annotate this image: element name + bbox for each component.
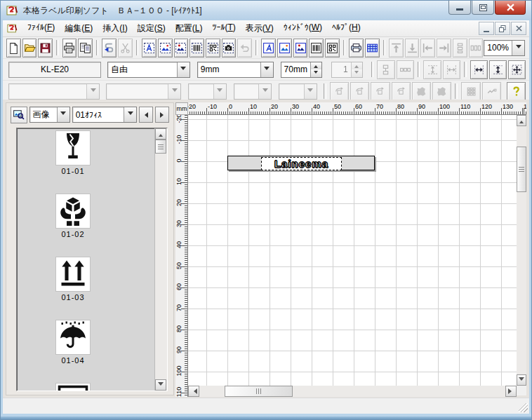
tape-width-select[interactable]: 9mm — [197, 62, 274, 78]
scroll-down-button[interactable] — [155, 379, 166, 391]
image-object-button[interactable] — [277, 39, 292, 57]
open-file-button[interactable] — [22, 39, 37, 57]
table-button[interactable] — [365, 39, 380, 57]
tape-feed-button[interactable] — [102, 39, 117, 57]
canvas-vertical-scrollbar[interactable] — [517, 115, 526, 386]
zoom-select[interactable]: 100% — [484, 40, 525, 56]
vertical-spacing-icon — [427, 64, 439, 76]
chevron-down-icon — [314, 71, 318, 76]
minimize-button[interactable] — [448, 1, 471, 15]
palette-set-dropdown-button[interactable] — [124, 107, 136, 122]
scrollbar-thumb[interactable] — [225, 386, 293, 397]
resize-grip[interactable] — [519, 403, 528, 412]
image-list-item[interactable]: 01-05 — [38, 384, 108, 391]
menu-item[interactable]: 編集(E) — [60, 21, 98, 36]
child-minimize-icon — [484, 31, 489, 32]
image-list-item[interactable]: 01-01 — [38, 131, 108, 175]
ruler-tick-label: 0 — [229, 103, 232, 110]
insert-barcode-frame-button[interactable] — [189, 39, 204, 57]
palette-prev-button[interactable] — [139, 107, 153, 123]
help-question-icon — [510, 86, 522, 97]
tape-width-dropdown-button[interactable] — [260, 62, 273, 77]
scrollbar-thumb[interactable] — [155, 140, 166, 154]
tape-label-object[interactable]: Laineema — [227, 156, 375, 170]
scrollbar-thumb[interactable] — [517, 147, 526, 192]
insert-qr-frame-button[interactable] — [206, 39, 220, 57]
image-preview-button[interactable] — [11, 107, 27, 123]
palette-category-dropdown-button[interactable] — [57, 107, 69, 122]
align-bottom-icon — [406, 42, 418, 54]
rotate-left-button — [330, 82, 349, 101]
print-preview-button[interactable] — [78, 39, 93, 57]
image-items: 01-0101-0201-0301-0401-05 — [17, 128, 155, 391]
menu-item[interactable]: 表示(V) — [241, 21, 279, 36]
ruler-tick-label: 120 — [481, 103, 492, 110]
clipart-object-button[interactable] — [293, 39, 308, 57]
menu-item[interactable]: 配置(L) — [171, 21, 208, 36]
insert-text-frame-button[interactable] — [142, 39, 157, 57]
distribute-horizontal-icon — [470, 42, 481, 54]
palette-next-button[interactable] — [155, 107, 169, 123]
insert-clipart-frame-button[interactable] — [174, 39, 189, 57]
tape-length-down-button[interactable] — [311, 69, 321, 77]
scroll-down-button[interactable] — [517, 374, 526, 386]
insert-image-frame-button[interactable] — [158, 39, 173, 57]
window-frame-bottom — [1, 416, 531, 419]
triangle-down-icon — [158, 382, 164, 388]
new-file-button[interactable] — [6, 39, 21, 57]
menu-item[interactable]: 設定(S) — [133, 21, 171, 36]
save-button[interactable] — [38, 39, 53, 57]
child-restore-button[interactable] — [495, 22, 510, 35]
menu-item[interactable]: 挿入(I) — [98, 21, 132, 36]
image-list-item[interactable]: 01-02 — [38, 194, 108, 238]
image-palette-panel: 画像 01ｵﾌｨｽ 01-0101-0201-0301-0401-05 — [6, 102, 174, 395]
tape-length-spinner[interactable]: 70mm — [281, 62, 322, 78]
image-list-item[interactable]: 01-03 — [38, 257, 108, 301]
fit-both-button[interactable] — [508, 60, 526, 79]
undo-icon — [239, 42, 251, 54]
tape-kind-dropdown-button[interactable] — [177, 62, 189, 77]
scroll-up-button[interactable] — [517, 115, 526, 126]
chevron-down-icon — [217, 88, 222, 95]
label-canvas[interactable]: Laineema — [188, 115, 517, 386]
menu-item[interactable]: ﾌｧｲﾙ(F) — [22, 21, 60, 36]
ruler-unit-label: mm — [175, 102, 188, 115]
help-button[interactable] — [507, 82, 526, 101]
zoom-dropdown-button[interactable] — [512, 41, 524, 55]
align-left-icon — [422, 42, 434, 54]
barcode-object-button[interactable] — [309, 39, 324, 57]
maximize-button[interactable] — [472, 1, 494, 15]
block-stack-icon — [380, 64, 392, 76]
print-button[interactable] — [62, 39, 77, 57]
tape-kind-select[interactable]: 自由 — [107, 62, 190, 78]
ruler-tick-label: 90 — [418, 103, 425, 110]
fit-width-button[interactable] — [470, 60, 488, 79]
image-list-item[interactable]: 01-04 — [38, 320, 108, 364]
text-object-button[interactable] — [261, 39, 276, 57]
close-button[interactable] — [495, 1, 526, 15]
scroll-up-button[interactable] — [155, 128, 166, 140]
scroll-left-button[interactable] — [188, 386, 199, 397]
child-close-button[interactable] — [511, 22, 526, 35]
scroll-right-button[interactable] — [505, 386, 517, 397]
ruler-tick-label: -20 — [175, 115, 182, 130]
label-print-button[interactable] — [349, 39, 364, 57]
canvas-horizontal-scrollbar[interactable] — [188, 386, 517, 397]
align-top-button — [389, 39, 404, 57]
qr-object-button[interactable] — [325, 39, 340, 57]
tape-length-up-button[interactable] — [311, 62, 321, 70]
ruler-tick-label: -10 — [175, 128, 182, 151]
chevron-down-icon — [264, 67, 270, 73]
image-list: 01-0101-0201-0301-0401-05 — [16, 128, 168, 391]
menu-item[interactable]: ｳｨﾝﾄﾞｳ(W) — [279, 21, 327, 36]
insert-photo-frame-button[interactable] — [222, 39, 237, 57]
menu-item[interactable]: ﾍﾙﾌﾟ(H) — [327, 21, 366, 36]
palette-set-select[interactable]: 01ｵﾌｨｽ — [72, 107, 138, 123]
palette-category-select[interactable]: 画像 — [29, 107, 70, 123]
ruler-tick-label: 70 — [175, 297, 182, 319]
text-frame-object[interactable]: Laineema — [261, 157, 342, 170]
fit-height-button[interactable] — [489, 60, 507, 79]
menu-item[interactable]: ﾂｰﾙ(T) — [207, 21, 240, 36]
child-minimize-button[interactable] — [479, 22, 494, 35]
image-list-scrollbar[interactable] — [154, 128, 167, 391]
